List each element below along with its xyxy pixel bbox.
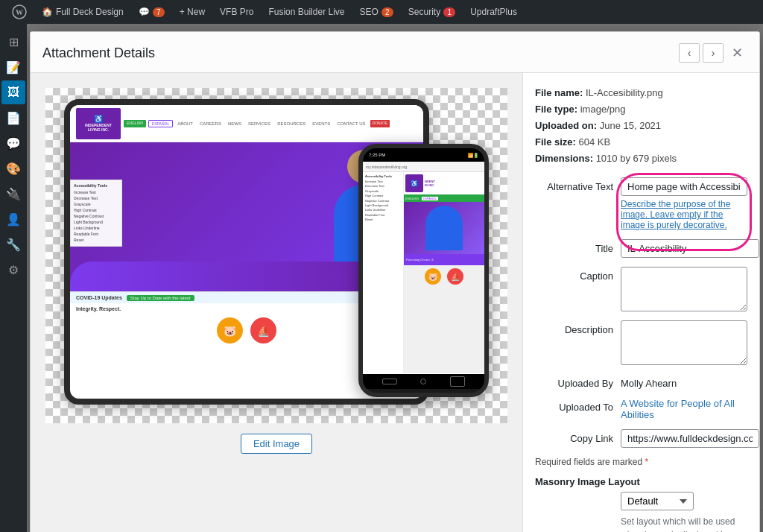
- uploaded-to-row: Uploaded To A Website for People of All …: [535, 398, 747, 420]
- image-panel: ♿ INDEPENDENTLIVING INC. ENGLISH ESPAÑOL…: [31, 73, 522, 532]
- masonry-label: Masonry Image Layout: [535, 476, 747, 487]
- uploaded-by-label: Uploaded By: [535, 374, 613, 389]
- admin-bar: W 🏠 Full Deck Design 💬 7 + New VFB Pro F…: [0, 0, 763, 24]
- uploaded-to-label: Uploaded To: [535, 398, 613, 413]
- admin-bar-seo[interactable]: SEO 2: [353, 0, 399, 24]
- admin-bar-updraft[interactable]: UpdraftPlus: [464, 0, 523, 24]
- phone-bottom-bar: [363, 374, 484, 389]
- site-navigation: ♿ INDEPENDENTLIVING INC. ENGLISH ESPAÑOL…: [70, 105, 423, 142]
- phone-main-content: ♿ NDENTIG INC. ENGLISH ESPAÑOL: [404, 172, 484, 373]
- nav-links: ENGLISH ESPAÑOL ABOUT CAREERS NEWS SERVI…: [124, 120, 417, 127]
- uploaded-by-row: Uploaded By Molly Ahearn: [535, 374, 747, 389]
- masonry-description: Set layout which will be used when image…: [621, 515, 747, 532]
- copy-link-label: Copy Link: [535, 429, 613, 444]
- sidebar-icon-comments[interactable]: 💬: [1, 131, 25, 155]
- modal-overlay: Attachment Details ‹ › ✕: [27, 24, 763, 532]
- accessibility-sidebar: Accessibility Tools Increase Text Decrea…: [70, 180, 122, 247]
- sidebar-icon-posts[interactable]: 📝: [1, 55, 25, 79]
- admin-bar-vfb[interactable]: VFB Pro: [214, 0, 259, 24]
- caption-label: Caption: [535, 267, 613, 282]
- modal-body: ♿ INDEPENDENTLIVING INC. ENGLISH ESPAÑOL…: [31, 73, 759, 532]
- edit-image-button[interactable]: Edit Image: [241, 434, 312, 454]
- attachment-details-modal: Attachment Details ‹ › ✕: [30, 31, 760, 532]
- image-preview-container: ♿ INDEPENDENTLIVING INC. ENGLISH ESPAÑOL…: [45, 88, 507, 423]
- modal-prev-button[interactable]: ‹: [679, 43, 700, 63]
- wp-logo-item[interactable]: W: [6, 0, 33, 24]
- sidebar-icon-settings[interactable]: ⚙: [1, 258, 25, 282]
- phone-frame: 7:25 PM 📶🔋 my.independentliving.org: [358, 144, 489, 397]
- sidebar-icon-media[interactable]: 🖼: [1, 80, 25, 104]
- alt-text-hint-link[interactable]: Describe the purpose of the image. Leave…: [621, 199, 747, 230]
- modal-header: Attachment Details ‹ › ✕: [31, 32, 759, 73]
- masonry-layout-select[interactable]: Default Landscape Portrait Square: [621, 492, 694, 510]
- description-label: Description: [535, 320, 613, 335]
- alt-text-label: Alternative Text: [535, 177, 613, 192]
- sidebar-icon-pages[interactable]: 📄: [1, 106, 25, 130]
- alt-text-wrapper: Describe the purpose of the image. Leave…: [621, 177, 747, 230]
- phone-hero: [404, 202, 484, 254]
- admin-bar-site[interactable]: 🏠 Full Deck Design: [36, 0, 130, 24]
- sidebar-icon-dashboard[interactable]: ⊞: [1, 30, 25, 54]
- phone-status-bar: 7:25 PM 📶🔋: [363, 148, 484, 162]
- sidebar-icon-tools[interactable]: 🔧: [1, 232, 25, 256]
- modal-nav: ‹ › ✕: [679, 42, 747, 63]
- caption-textarea[interactable]: [621, 267, 747, 311]
- masonry-select-wrap: Default Landscape Portrait Square: [621, 492, 747, 510]
- sidebar-icon-users[interactable]: 👤: [1, 207, 25, 231]
- wp-admin-sidebar: ⊞ 📝 🖼 📄 💬 🎨 🔌 👤 🔧 ⚙: [0, 24, 27, 532]
- sidebar-icon-plugins[interactable]: 🔌: [1, 182, 25, 206]
- uploaded-by-value: Molly Ahearn: [621, 374, 747, 389]
- sidebar-icon-appearance[interactable]: 🎨: [1, 156, 25, 180]
- modal-close-button[interactable]: ✕: [726, 42, 747, 63]
- alt-text-input[interactable]: [621, 177, 747, 196]
- admin-bar-comments[interactable]: 💬 7: [133, 0, 171, 24]
- admin-bar-fusion[interactable]: Fusion Builder Live: [262, 0, 350, 24]
- modal-title: Attachment Details: [42, 45, 155, 61]
- uploaded-to-link[interactable]: A Website for People of All Abilities: [621, 398, 747, 420]
- caption-row: Caption: [535, 267, 747, 311]
- phone-screen: my.independentliving.org Accessibility T…: [363, 162, 484, 374]
- file-info: File name: IL-Accesibility.png File type…: [535, 85, 747, 167]
- svg-text:W: W: [16, 8, 23, 16]
- title-input[interactable]: [621, 239, 759, 258]
- modal-next-button[interactable]: ›: [703, 43, 724, 63]
- masonry-section: Masonry Image Layout Default Landscape P…: [535, 476, 747, 532]
- title-label: Title: [535, 239, 613, 254]
- site-logo: ♿ INDEPENDENTLIVING INC.: [76, 108, 121, 139]
- details-panel: File name: IL-Accesibility.png File type…: [522, 73, 759, 532]
- copy-link-row: Copy Link: [535, 429, 747, 448]
- main-area: Attachment Details ‹ › ✕: [27, 24, 763, 532]
- description-row: Description: [535, 320, 747, 365]
- admin-bar-security[interactable]: Security 1: [402, 0, 461, 24]
- description-textarea[interactable]: [621, 320, 747, 365]
- alt-text-row: Alternative Text Describe the purpose of…: [535, 177, 747, 230]
- phone-address-bar: my.independentliving.org: [363, 162, 484, 172]
- required-notice: Required fields are marked *: [535, 457, 747, 467]
- copy-link-input[interactable]: [621, 429, 759, 448]
- phone-sidebar: Accessibility Tools Increase TextDecreas…: [363, 172, 404, 373]
- device-mockup: ♿ INDEPENDENTLIVING INC. ENGLISH ESPAÑOL…: [64, 99, 489, 412]
- title-row: Title: [535, 239, 747, 258]
- admin-bar-new[interactable]: + New: [174, 0, 211, 24]
- phone-content: Accessibility Tools Increase TextDecreas…: [363, 172, 484, 373]
